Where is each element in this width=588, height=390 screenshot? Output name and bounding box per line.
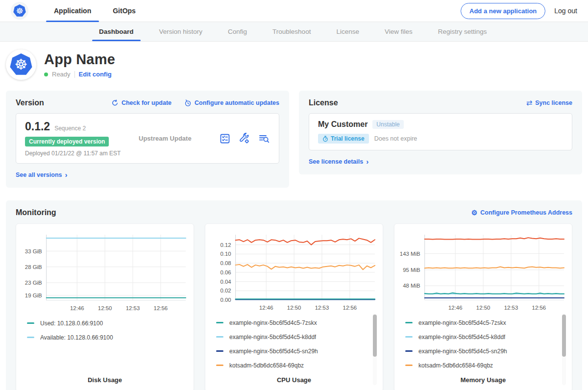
series-color-dash — [216, 336, 223, 338]
kubernetes-wheel-icon: ☸ — [13, 4, 26, 17]
legend-item[interactable]: kotsadm-5db6dc6584-69qbz — [405, 358, 557, 372]
configure-prometheus-link[interactable]: ⚙ Configure Prometheus Address — [471, 209, 572, 216]
svg-text:19 GiB: 19 GiB — [25, 292, 42, 298]
svg-text:28 GiB: 28 GiB — [25, 264, 42, 270]
legend-item[interactable]: Available: 10.128.0.66:9100 — [27, 330, 179, 344]
legend-scrollbar[interactable] — [562, 314, 566, 385]
deployed-badge: Currently deployed version — [25, 137, 109, 146]
legend-item[interactable]: example-nginx-5bc6f5d4c5-k8ddf — [405, 330, 557, 344]
charts-row: 12:4612:5012:5312:5633 GiB28 GiB23 GiB19… — [16, 223, 572, 390]
tab-registry-settings[interactable]: Registry settings — [425, 22, 500, 41]
sync-license-label: Sync license — [535, 99, 572, 106]
tab-license[interactable]: License — [323, 22, 372, 41]
check-for-update-label: Check for update — [122, 99, 172, 106]
monitoring-title: Monitoring — [16, 208, 56, 217]
configure-prometheus-label: Configure Prometheus Address — [480, 209, 572, 216]
svg-text:0.00: 0.00 — [220, 297, 231, 303]
chart-legend: example-nginx-5bc6f5d4c5-7zskxexample-ng… — [405, 316, 570, 372]
edit-config-link[interactable]: Edit config — [79, 71, 112, 78]
svg-text:12:50: 12:50 — [287, 305, 301, 311]
kubernetes-logo: ☸ — [11, 2, 28, 20]
svg-text:12:50: 12:50 — [98, 305, 112, 311]
chart-legend: Used: 10.128.0.66:9100Available: 10.128.… — [27, 316, 192, 372]
series-color-dash — [405, 365, 413, 366]
legend-item[interactable]: example-nginx-5bc6f5d4c5-sn29h — [216, 344, 368, 358]
sequence-label: Sequence 2 — [54, 125, 86, 132]
logout-button[interactable]: Log out — [554, 7, 577, 15]
current-version-row: 0.1.2 Sequence 2 Currently deployed vers… — [16, 113, 279, 164]
tab-troubleshoot[interactable]: Troubleshoot — [260, 22, 323, 41]
svg-text:0.12: 0.12 — [220, 242, 231, 248]
chart-plot: 12:4612:5012:5312:560.120.100.080.060.04… — [207, 230, 381, 314]
legend-label: example-nginx-5bc6f5d4c5-k8ddf — [229, 334, 316, 341]
chevron-right-icon: › — [366, 158, 368, 165]
svg-text:95 MiB: 95 MiB — [403, 267, 420, 273]
svg-text:12:53: 12:53 — [504, 305, 518, 311]
svg-text:143 MiB: 143 MiB — [400, 251, 420, 257]
version-number: 0.1.2 — [25, 120, 50, 133]
status-text: Ready — [52, 71, 71, 78]
legend-scrollbar[interactable] — [373, 314, 377, 385]
series-color-dash — [405, 350, 413, 352]
chevron-right-icon: › — [65, 171, 68, 178]
tab-application-label: Application — [54, 7, 91, 15]
legend-label: kotsadm-5db6dc6584-69qbz — [418, 362, 493, 369]
tab-dashboard[interactable]: Dashboard — [86, 22, 147, 41]
series-color-dash — [405, 322, 413, 323]
channel-badge: Unstable — [372, 120, 403, 129]
svg-text:0.10: 0.10 — [220, 251, 231, 257]
svg-text:12:56: 12:56 — [154, 305, 168, 311]
legend-label: Used: 10.128.0.66:9100 — [40, 320, 103, 327]
legend-item[interactable]: kotsadm-5db6dc6584-69qbz — [216, 358, 368, 372]
cpu-usage-chart-card: 12:4612:5012:5312:560.120.100.080.060.04… — [205, 223, 383, 390]
series-color-dash — [216, 322, 223, 323]
legend-label: example-nginx-5bc6f5d4c5-sn29h — [229, 348, 318, 355]
svg-text:12:46: 12:46 — [259, 305, 273, 311]
view-files-search-icon[interactable] — [258, 133, 270, 145]
configure-auto-updates-label: Configure automatic updates — [195, 99, 279, 106]
legend-item[interactable]: example-nginx-5bc6f5d4c5-sn29h — [405, 344, 557, 358]
legend-label: example-nginx-5bc6f5d4c5-7zskx — [418, 319, 506, 326]
tab-application[interactable]: Application — [43, 0, 102, 22]
svg-text:0.04: 0.04 — [220, 279, 231, 285]
legend-item[interactable]: example-nginx-5bc6f5d4c5-k8ddf — [216, 330, 368, 344]
tab-gitops-label: GitOps — [113, 7, 136, 15]
disk-usage-chart-card: 12:4612:5012:5312:5633 GiB28 GiB23 GiB19… — [16, 223, 194, 390]
tab-version-history[interactable]: Version history — [147, 22, 216, 41]
tab-gitops[interactable]: GitOps — [102, 0, 147, 22]
svg-text:12:53: 12:53 — [315, 305, 329, 311]
stopwatch-icon — [322, 136, 328, 142]
topnav-tabs: Application GitOps — [43, 0, 147, 22]
configure-auto-updates-link[interactable]: Configure automatic updates — [184, 99, 279, 107]
page-title: App Name — [44, 51, 115, 68]
tab-config[interactable]: Config — [215, 22, 260, 41]
expiry-text: Does not expire — [374, 135, 417, 142]
chart-plot: 12:4612:5012:5312:5633 GiB28 GiB23 GiB19… — [18, 230, 192, 314]
preflight-checks-icon[interactable] — [219, 133, 231, 145]
svg-text:12:56: 12:56 — [343, 305, 357, 311]
see-license-details-link[interactable]: See license details › — [309, 158, 368, 166]
legend-label: example-nginx-5bc6f5d4c5-k8ddf — [418, 334, 505, 341]
scrollbar-thumb[interactable] — [373, 315, 377, 357]
sync-license-link[interactable]: ⇄ Sync license — [526, 98, 572, 107]
license-card: License ⇄ Sync license My Customer Unsta… — [299, 91, 582, 174]
see-all-versions-link[interactable]: See all versions › — [16, 171, 68, 179]
config-wrench-icon[interactable] — [238, 133, 250, 145]
legend-label: Available: 10.128.0.66:9100 — [40, 334, 113, 341]
status-dot — [44, 73, 48, 76]
series-color-dash — [405, 336, 413, 338]
version-card-title: Version — [16, 98, 44, 107]
legend-item[interactable]: example-nginx-5bc6f5d4c5-7zskx — [405, 316, 557, 330]
legend-item[interactable]: example-nginx-5bc6f5d4c5-7zskx — [216, 316, 368, 330]
version-card: Version Check for update Configure autom… — [6, 91, 289, 188]
legend-item[interactable]: Used: 10.128.0.66:9100 — [27, 316, 179, 330]
customer-name: My Customer — [318, 120, 368, 129]
tab-view-files[interactable]: View files — [372, 22, 425, 41]
series-color-dash — [27, 337, 34, 338]
app-sub-nav: Dashboard Version history Config Trouble… — [0, 22, 588, 42]
add-application-button[interactable]: Add a new application — [461, 3, 545, 19]
gear-icon: ⚙ — [471, 209, 478, 216]
check-for-update-link[interactable]: Check for update — [111, 99, 172, 107]
chart-legend: example-nginx-5bc6f5d4c5-7zskxexample-ng… — [216, 316, 381, 372]
scrollbar-thumb[interactable] — [562, 315, 566, 357]
